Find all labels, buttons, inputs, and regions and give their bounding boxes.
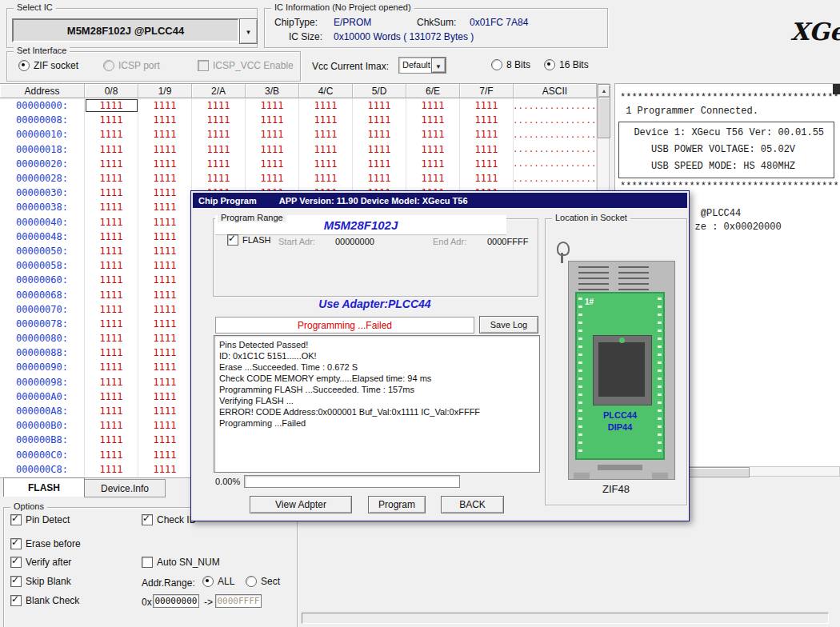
hex-cell[interactable]: 1111 [85,244,138,258]
hex-cell[interactable]: 1111 [460,157,514,171]
scrollbar-thumb[interactable] [598,97,610,138]
hex-cell[interactable]: 1111 [138,113,192,127]
hex-header-cell[interactable]: 7/F [460,84,514,98]
checkbox-flash[interactable]: FLASH [227,234,270,246]
hex-cell[interactable]: 1111 [85,433,138,447]
hex-header-cell[interactable]: 3/B [246,84,299,98]
radio-zif-socket[interactable]: ZIF socket [18,60,78,71]
tab-device-info[interactable]: Device.Info [84,479,166,497]
tab-flash[interactable]: FLASH [3,477,85,497]
hex-cell[interactable]: 1111 [85,360,138,374]
hex-cell[interactable]: 1111 [138,433,192,447]
hex-cell[interactable]: 1111 [138,273,192,287]
hex-cell[interactable]: 1111 [353,127,406,142]
hex-cell[interactable]: 1111 [85,331,138,345]
hex-cell[interactable]: 1111 [406,171,460,186]
hex-cell[interactable]: 1111 [138,317,192,331]
radio-addr-sect[interactable]: Sect [246,576,280,587]
range-start-input[interactable] [153,594,199,608]
view-adapter-button[interactable]: View Adpter [250,496,352,513]
hex-cell[interactable]: 1111 [138,360,192,374]
hex-cell[interactable]: 1111 [85,345,138,360]
scrollbar-thumb[interactable] [686,467,750,477]
radio-8-bits[interactable]: 8 Bits [491,59,530,70]
checkbox-erase-before[interactable]: Erase before [10,538,81,549]
hex-cell[interactable]: 1111 [138,98,192,113]
hex-cell[interactable]: 1111 [138,462,192,477]
log-panel-scroll-corner[interactable] [833,84,840,94]
hex-cell[interactable]: 1111 [85,462,138,477]
hex-cell[interactable]: 1111 [299,98,353,113]
hex-cell[interactable]: 1111 [85,127,138,142]
hex-cell[interactable]: 1111 [406,127,460,142]
hex-cell[interactable]: 1111 [138,389,192,404]
hex-cell[interactable]: 1111 [353,98,406,113]
hex-header-cell[interactable]: 1/9 [138,84,192,98]
checkbox-pin-detect[interactable]: Pin Detect [10,514,70,525]
vcc-dropdown-button[interactable] [431,58,446,73]
hex-cell[interactable]: 1111 [246,98,299,113]
hex-cell[interactable]: 1111 [85,215,138,230]
hex-cell[interactable]: 1111 [460,113,514,127]
hex-cell[interactable]: 1111 [460,127,514,142]
hex-cell[interactable]: 1111 [192,171,246,186]
hex-cell[interactable]: 1111 [138,375,192,389]
hex-cell[interactable]: 1111 [85,98,138,113]
hex-cell[interactable]: 1111 [246,127,299,142]
hex-cell[interactable]: 1111 [192,127,246,142]
hex-cell[interactable]: 1111 [85,186,138,200]
hex-header-cell[interactable]: 4/C [299,84,353,98]
radio-16-bits[interactable]: 16 Bits [544,59,589,70]
hex-cell[interactable]: 1111 [138,157,192,171]
hex-cell[interactable]: 1111 [85,157,138,171]
hex-cell[interactable]: 1111 [246,142,299,157]
hex-header-cell[interactable]: 0/8 [85,84,138,98]
hex-cell[interactable]: 1111 [138,258,192,273]
hex-cell[interactable]: 1111 [138,142,192,157]
checkbox-skip-blank[interactable]: Skip Blank [10,576,71,587]
hex-cell[interactable]: 1111 [138,287,192,302]
hex-cell[interactable]: 1111 [246,113,299,127]
radio-addr-all[interactable]: ALL [202,576,234,587]
hex-cell[interactable]: 1111 [85,448,138,462]
hex-cell[interactable]: 1111 [246,171,299,186]
hex-cell[interactable]: 1111 [85,287,138,302]
hex-cell[interactable]: 1111 [85,171,138,186]
hex-cell[interactable]: 1111 [406,157,460,171]
hex-cell[interactable]: 1111 [138,215,192,230]
hex-cell[interactable]: 1111 [299,127,353,142]
hex-cell[interactable]: 1111 [353,171,406,186]
hex-header-cell[interactable]: 6/E [406,84,460,98]
hex-cell[interactable]: 1111 [85,258,138,273]
checkbox-blank-check[interactable]: Blank Check [10,595,79,606]
hex-cell[interactable]: 1111 [299,171,353,186]
hex-cell[interactable]: 1111 [138,186,192,200]
dialog-log[interactable]: Pins Detected Passed!ID: 0x1C1C 5151....… [214,335,540,473]
hex-cell[interactable]: 1111 [353,113,406,127]
hex-cell[interactable]: 1111 [85,113,138,127]
hex-cell[interactable]: 1111 [460,171,514,186]
hex-cell[interactable]: 1111 [406,113,460,127]
hex-header-cell[interactable]: 5/D [353,84,406,98]
hex-cell[interactable]: 1111 [353,157,406,171]
hex-cell[interactable]: 1111 [406,98,460,113]
back-button[interactable]: BACK [441,496,504,513]
hex-cell[interactable]: 1111 [138,418,192,433]
hex-cell[interactable]: 1111 [138,200,192,214]
hex-cell[interactable]: 1111 [85,375,138,389]
hex-cell[interactable]: 1111 [138,127,192,142]
hex-cell[interactable]: 1111 [460,98,514,113]
hex-cell[interactable]: 1111 [192,157,246,171]
hex-cell[interactable]: 1111 [192,142,246,157]
hex-cell[interactable]: 1111 [138,230,192,244]
hex-cell[interactable]: 1111 [299,142,353,157]
hex-cell[interactable]: 1111 [460,142,514,157]
scroll-up-button[interactable]: ▲ [598,84,610,98]
ic-combobox[interactable]: M5M28F102J @PLCC44 [12,18,239,42]
range-end-input[interactable] [215,594,262,608]
hex-cell[interactable]: 1111 [138,302,192,317]
hex-cell[interactable]: 1111 [406,142,460,157]
hex-cell[interactable]: 1111 [246,157,299,171]
checkbox-verify-after[interactable]: Verify after [10,557,71,568]
hex-cell[interactable]: 1111 [192,98,246,113]
